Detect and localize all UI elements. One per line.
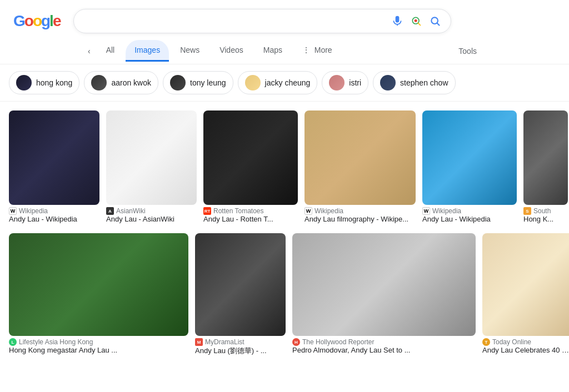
image-card-8[interactable]: M MyDramaList Andy Lau (劉德華) - ... bbox=[195, 233, 286, 357]
chip-label-jacky-cheung: jacky cheung bbox=[265, 78, 311, 87]
image-thumbnail-1 bbox=[9, 110, 99, 205]
search-input[interactable]: andy lau bbox=[83, 16, 385, 26]
image-thumbnail-10 bbox=[482, 233, 569, 336]
image-thumbnail-5 bbox=[422, 110, 517, 205]
image-card-4[interactable]: W Wikipedia Andy Lau filmography - Wikip… bbox=[305, 110, 416, 224]
source-line-3: RT Rotten Tomatoes bbox=[203, 207, 298, 215]
source-info-2: A AsianWiki Andy Lau - AsianWiki bbox=[106, 205, 197, 224]
tab-images[interactable]: Images bbox=[126, 40, 169, 62]
google-logo[interactable]: Google bbox=[13, 12, 64, 31]
filter-chip-hong-kong[interactable]: hong kong bbox=[9, 71, 79, 94]
to-icon-10: T bbox=[482, 338, 490, 346]
source-name-4: Wikipedia bbox=[315, 207, 343, 215]
chip-label-hong-kong: hong kong bbox=[36, 78, 72, 87]
chip-label-istri: istri bbox=[349, 78, 361, 87]
image-card-3[interactable]: RT Rotten Tomatoes Andy Lau - Rotten T..… bbox=[203, 110, 298, 224]
card-title-8: Andy Lau (劉德華) - ... bbox=[195, 346, 286, 356]
results-area: W Wikipedia Andy Lau - Wikipedia A Asian… bbox=[0, 102, 569, 375]
source-info-10: T Today Online Andy Lau Celebrates 40 Ye… bbox=[482, 336, 569, 355]
card-title-4: Andy Lau filmography - Wikipe... bbox=[305, 215, 416, 223]
card-title-10: Andy Lau Celebrates 40 Yea... bbox=[482, 346, 569, 354]
la-icon-7: L bbox=[9, 338, 17, 346]
filter-chip-aaron-kwok[interactable]: aaron kwok bbox=[84, 71, 158, 94]
source-info-7: L Lifestyle Asia Hong Kong Hong Kong meg… bbox=[9, 336, 188, 355]
hr-icon-9: H bbox=[292, 338, 300, 346]
aw-icon-2: A bbox=[106, 207, 114, 215]
search-bar: andy lau bbox=[73, 9, 451, 33]
image-thumbnail-9 bbox=[292, 233, 476, 336]
image-thumbnail-2 bbox=[106, 110, 197, 205]
source-line-7: L Lifestyle Asia Hong Kong bbox=[9, 338, 188, 346]
tab-more[interactable]: ⋮ More bbox=[293, 40, 341, 62]
image-thumbnail-3 bbox=[203, 110, 298, 205]
svg-point-1 bbox=[415, 19, 417, 22]
tab-all[interactable]: All bbox=[97, 40, 124, 62]
source-name-7: Lifestyle Asia Hong Kong bbox=[19, 338, 93, 346]
source-name-9: The Hollywood Reporter bbox=[302, 338, 374, 346]
chip-img-stephen-chow bbox=[380, 75, 396, 91]
image-card-9[interactable]: H The Hollywood Reporter Pedro Almodovar… bbox=[292, 233, 476, 357]
source-name-1: Wikipedia bbox=[19, 207, 48, 215]
chip-img-istri bbox=[329, 75, 345, 91]
chip-img-aaron-kwok bbox=[91, 75, 107, 91]
source-name-5: Wikipedia bbox=[432, 207, 461, 215]
image-card-6[interactable]: S South Hong K... bbox=[523, 110, 568, 224]
rt-icon-3: RT bbox=[203, 207, 211, 215]
source-info-5: W Wikipedia Andy Lau - Wikipedia bbox=[422, 205, 517, 224]
filter-chip-istri[interactable]: istri bbox=[322, 71, 368, 94]
source-line-8: M MyDramaList bbox=[195, 338, 286, 346]
header: Google andy lau bbox=[0, 0, 569, 38]
source-info-6: S South Hong K... bbox=[523, 205, 568, 224]
image-card-10[interactable]: T Today Online Andy Lau Celebrates 40 Ye… bbox=[482, 233, 569, 357]
wiki-icon-1: W bbox=[9, 207, 17, 215]
nav-back-button[interactable]: ‹ bbox=[83, 42, 95, 60]
wiki-icon-5: W bbox=[422, 207, 430, 215]
search-icons bbox=[391, 14, 442, 28]
source-info-1: W Wikipedia Andy Lau - Wikipedia bbox=[9, 205, 99, 224]
filter-chips-row: hong kong aaron kwok tony leung jacky ch… bbox=[0, 64, 569, 102]
source-info-8: M MyDramaList Andy Lau (劉德華) - ... bbox=[195, 336, 286, 357]
tab-news[interactable]: News bbox=[171, 40, 208, 62]
search-button[interactable] bbox=[428, 14, 442, 28]
card-title-6: Hong K... bbox=[523, 215, 568, 223]
card-title-3: Andy Lau - Rotten T... bbox=[203, 215, 298, 223]
image-row-2: L Lifestyle Asia Hong Kong Hong Kong meg… bbox=[9, 233, 560, 357]
chip-img-jacky-cheung bbox=[245, 75, 261, 91]
card-title-2: Andy Lau - AsianWiki bbox=[106, 215, 197, 223]
search-bar-wrapper: andy lau bbox=[73, 9, 451, 33]
image-card-5[interactable]: W Wikipedia Andy Lau - Wikipedia bbox=[422, 110, 517, 224]
source-info-9: H The Hollywood Reporter Pedro Almodovar… bbox=[292, 336, 476, 355]
tools-button[interactable]: Tools bbox=[450, 41, 486, 61]
image-card-1[interactable]: W Wikipedia Andy Lau - Wikipedia bbox=[9, 110, 99, 224]
chip-img-hong-kong bbox=[16, 75, 32, 91]
filter-chip-jacky-cheung[interactable]: jacky cheung bbox=[238, 71, 318, 94]
chip-img-tony-leung bbox=[170, 75, 186, 91]
svg-line-4 bbox=[437, 23, 440, 26]
filter-chip-tony-leung[interactable]: tony leung bbox=[163, 71, 233, 94]
image-row-1: W Wikipedia Andy Lau - Wikipedia A Asian… bbox=[9, 110, 560, 224]
source-line-2: A AsianWiki bbox=[106, 207, 197, 215]
source-line-9: H The Hollywood Reporter bbox=[292, 338, 476, 346]
card-title-7: Hong Kong megastar Andy Lau ... bbox=[9, 346, 188, 354]
image-thumbnail-7 bbox=[9, 233, 188, 336]
tab-videos[interactable]: Videos bbox=[211, 40, 252, 62]
source-name-10: Today Online bbox=[492, 338, 531, 346]
chip-label-tony-leung: tony leung bbox=[190, 78, 226, 87]
source-info-4: W Wikipedia Andy Lau filmography - Wikip… bbox=[305, 205, 416, 224]
source-name-3: Rotten Tomatoes bbox=[213, 207, 264, 215]
microphone-button[interactable] bbox=[391, 14, 404, 28]
lens-button[interactable] bbox=[410, 14, 423, 28]
filter-chip-stephen-chow[interactable]: stephen chow bbox=[373, 71, 455, 94]
source-line-6: S South bbox=[523, 207, 568, 215]
source-info-3: RT Rotten Tomatoes Andy Lau - Rotten T..… bbox=[203, 205, 298, 224]
card-title-1: Andy Lau - Wikipedia bbox=[9, 215, 99, 223]
image-card-7[interactable]: L Lifestyle Asia Hong Kong Hong Kong meg… bbox=[9, 233, 188, 357]
tab-maps[interactable]: Maps bbox=[254, 40, 291, 62]
source-name-6: South bbox=[533, 207, 551, 215]
source-name-2: AsianWiki bbox=[116, 207, 146, 215]
image-thumbnail-6 bbox=[523, 110, 568, 205]
card-title-5: Andy Lau - Wikipedia bbox=[422, 215, 517, 223]
image-card-2[interactable]: A AsianWiki Andy Lau - AsianWiki bbox=[106, 110, 197, 224]
source-line-4: W Wikipedia bbox=[305, 207, 416, 215]
wiki-icon-4: W bbox=[305, 207, 312, 215]
